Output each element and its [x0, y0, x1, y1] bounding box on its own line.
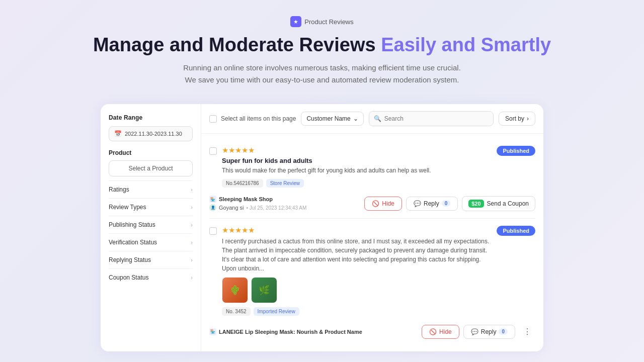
reviews-list: ★★★★★ Super fun for kids and adults This…: [201, 134, 543, 351]
chevron-right-icon: ›: [191, 275, 193, 281]
review-actions: 🚫 Hide 💬 Reply 0 $20 Send a Coupon: [364, 196, 535, 211]
filter-verification-status[interactable]: Verification Status ›: [109, 233, 193, 251]
review-image: 🌵: [222, 277, 248, 303]
search-wrap: 🔍: [369, 111, 494, 126]
chevron-right-icon: ›: [191, 257, 193, 263]
reply-count: 0: [499, 328, 508, 335]
send-coupon-label: Send a Coupon: [487, 200, 529, 207]
sort-arrow-icon: ›: [527, 115, 529, 122]
shop-name: 🏪 Sleeping Mask Shop: [209, 196, 306, 203]
search-input[interactable]: [369, 111, 494, 126]
hide-icon: 🚫: [429, 328, 437, 335]
badge-star-icon: ★: [290, 16, 301, 27]
reply-button[interactable]: 💬 Reply 0: [463, 325, 515, 339]
page-wrapper: ★ Product Reviews Manage and Moderate Re…: [0, 0, 644, 351]
dropdown-label: Customer Name: [306, 115, 350, 122]
hide-label: Hide: [382, 200, 394, 207]
reviewer-avatar: 👤: [209, 204, 216, 211]
product-reviews-badge: ★ Product Reviews: [290, 16, 354, 27]
chevron-right-icon: ›: [191, 204, 193, 210]
reply-label: Reply: [481, 328, 497, 335]
reply-button[interactable]: 💬 Reply 0: [406, 197, 458, 211]
chevron-right-icon: ›: [191, 239, 193, 245]
published-badge: Published: [497, 226, 535, 236]
product-label: Product: [109, 149, 193, 156]
select-all-checkbox[interactable]: [209, 115, 217, 123]
review-tag: No.546216786: [222, 179, 263, 188]
select-all-label: Select all items on this page: [221, 115, 296, 122]
sidebar: Date Range 📅 2022.11.30-2023.11.30 Produ…: [101, 104, 201, 351]
review-card: ★★★★★ Super fun for kids and adults This…: [209, 139, 535, 219]
cactus-image-2: 🌿: [252, 278, 277, 303]
date-range-picker[interactable]: 📅 2022.11.30-2023.11.30: [109, 126, 193, 141]
badge-text: Product Reviews: [304, 18, 354, 26]
shop-name: 🏪 LANEIGE Lip Sleeping Mask: Nourish & P…: [209, 328, 362, 335]
select-product-button[interactable]: Select a Product: [109, 160, 193, 176]
star-rating: ★★★★★: [222, 146, 492, 155]
star-rating: ★★★★★: [222, 226, 492, 235]
review-meta: 🏪 Sleeping Mask Shop 👤 Goyang si • Jul 2…: [209, 196, 535, 211]
review-text: I recently purchased a cactus from this …: [222, 237, 492, 273]
main-title: Manage and Moderate Reviews Easily and S…: [10, 34, 634, 56]
review-actions: 🚫 Hide 💬 Reply 0 ⋮: [422, 324, 535, 339]
filter-coupon-status[interactable]: Coupon Status ›: [109, 268, 193, 286]
tag-row: No.546216786 Store Review: [222, 179, 492, 188]
hide-icon: 🚫: [372, 200, 379, 207]
review-card-header: ★★★★★ I recently purchased a cactus from…: [209, 226, 535, 321]
review-meta: 🏪 LANEIGE Lip Sleeping Mask: Nourish & P…: [209, 324, 535, 339]
filter-publishing-status[interactable]: Publishing Status ›: [109, 216, 193, 233]
sort-by-button[interactable]: Sort by ›: [499, 112, 535, 126]
filter-replying-status[interactable]: Replying Status ›: [109, 251, 193, 268]
review-card-header: ★★★★★ Super fun for kids and adults This…: [209, 146, 535, 193]
review-date: • Jul 25, 2023 12:34:43 AM: [247, 205, 307, 211]
reviewer-name: 👤 Goyang si • Jul 25, 2023 12:34:43 AM: [209, 204, 306, 211]
main-panel: Select all items on this page Customer N…: [201, 104, 543, 351]
more-options-button[interactable]: ⋮: [519, 324, 535, 339]
shop-icon: 🏪: [209, 196, 216, 203]
reply-icon: 💬: [471, 328, 478, 335]
review-tag: Imported Review: [254, 307, 299, 316]
cactus-image-1: 🌵: [222, 278, 248, 303]
subtitle: Running an online store involves numerou…: [10, 62, 634, 86]
review-checkbox[interactable]: [209, 147, 217, 155]
review-image: 🌿: [251, 277, 277, 303]
customer-name-dropdown[interactable]: Customer Name ⌄: [301, 112, 363, 126]
hide-button[interactable]: 🚫 Hide: [364, 197, 402, 211]
filters-list: Ratings › Review Types › Publishing Stat…: [109, 180, 193, 286]
coupon-badge: $20: [468, 200, 484, 208]
filter-ratings[interactable]: Ratings ›: [109, 180, 193, 198]
chevron-right-icon: ›: [191, 187, 193, 193]
select-all-area: Select all items on this page: [209, 115, 296, 123]
date-range-value: 2022.11.30-2023.11.30: [125, 131, 182, 137]
review-content: ★★★★★ Super fun for kids and adults This…: [222, 146, 492, 193]
page-header: ★ Product Reviews Manage and Moderate Re…: [0, 0, 644, 96]
reply-count: 0: [442, 200, 451, 207]
hide-button[interactable]: 🚫 Hide: [422, 325, 459, 339]
reply-label: Reply: [424, 200, 439, 207]
send-coupon-button[interactable]: $20 Send a Coupon: [462, 196, 535, 211]
chevron-right-icon: ›: [191, 222, 193, 228]
review-images: 🌵 🌿: [222, 277, 492, 303]
reviewer-info: 🏪 Sleeping Mask Shop 👤 Goyang si • Jul 2…: [209, 196, 306, 211]
reply-icon: 💬: [414, 200, 421, 207]
sort-label: Sort by: [505, 115, 524, 122]
published-badge: Published: [497, 146, 535, 156]
date-range-label: Date Range: [109, 114, 193, 121]
review-text: This would make for the perfect gift for…: [222, 166, 492, 175]
hide-label: Hide: [439, 328, 452, 335]
review-tag: No. 3452: [222, 307, 251, 316]
toolbar: Select all items on this page Customer N…: [201, 104, 543, 134]
calendar-icon: 📅: [114, 130, 122, 137]
review-content: ★★★★★ I recently purchased a cactus from…: [222, 226, 492, 321]
search-icon: 🔍: [374, 115, 381, 122]
review-checkbox[interactable]: [209, 227, 217, 235]
chevron-down-icon: ⌄: [353, 115, 358, 122]
shop-icon: 🏪: [209, 328, 216, 335]
filter-review-types[interactable]: Review Types ›: [109, 198, 193, 216]
review-tag: Store Review: [266, 179, 304, 188]
content-area: Date Range 📅 2022.11.30-2023.11.30 Produ…: [101, 104, 543, 351]
reviewer-info: 🏪 LANEIGE Lip Sleeping Mask: Nourish & P…: [209, 328, 362, 335]
tag-row: No. 3452 Imported Review: [222, 307, 492, 316]
review-title: Super fun for kids and adults: [222, 157, 492, 164]
review-card: ★★★★★ I recently purchased a cactus from…: [209, 219, 535, 346]
